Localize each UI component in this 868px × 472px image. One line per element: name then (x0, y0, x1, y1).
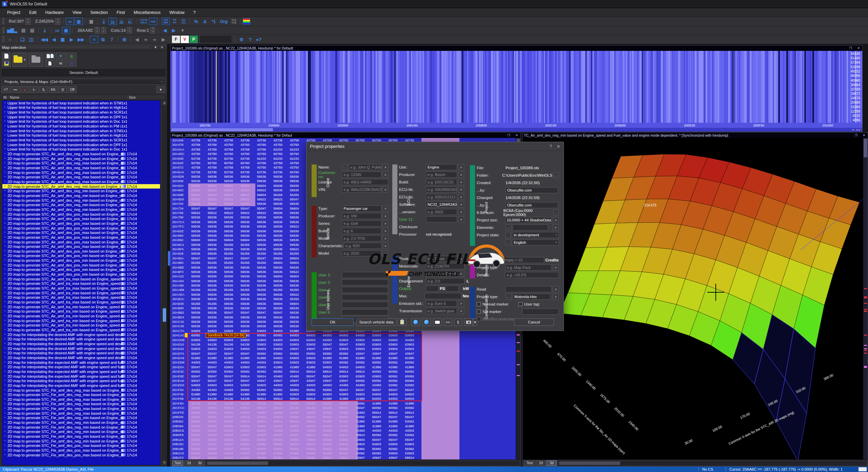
row-spinner[interactable]: ˄˅ (150, 27, 155, 34)
settings-search-icon[interactable]: ⚙ (237, 36, 245, 43)
menu-edit[interactable]: Edit (25, 9, 41, 16)
map-list-row[interactable]: *2D map for interpolating the expected A… (2, 374, 160, 379)
filter-dropdown[interactable]: ▼ (156, 86, 165, 93)
map-list-row[interactable]: *2D map to generate STC_Air_amf_tra_max … (2, 291, 160, 295)
map-list-row[interactable]: *2D map for interpolating the expected A… (2, 360, 160, 365)
context-help-button[interactable]: ▸? (255, 36, 263, 43)
map-list-row[interactable]: *2D map to generate STC_Air_amf_des_pos_… (2, 230, 160, 235)
history-button[interactable]: > (382, 250, 388, 256)
search-fwd-button[interactable]: ▶ (159, 36, 167, 43)
input-user3[interactable] (342, 287, 388, 293)
color-scale-button[interactable] (243, 18, 250, 24)
scroll-down-icon[interactable]: ▼ (162, 460, 166, 465)
history-button[interactable]: > (382, 205, 388, 212)
browse-button[interactable]: ... (506, 224, 512, 231)
history-button[interactable]: > (383, 243, 388, 249)
project-p-button[interactable]: P (190, 36, 198, 43)
browse-button[interactable]: ... (342, 164, 348, 170)
map-list-row[interactable]: *2D map to generate STC_Fie_amf_des_neg_… (2, 402, 160, 407)
history-button[interactable]: > (458, 256, 464, 262)
paste-icon[interactable] (398, 318, 407, 326)
browse-button[interactable]: ... (553, 210, 559, 216)
map-list-row[interactable]: *2D map to generate STC_Air_amf_des_pos_… (2, 258, 160, 263)
input-model[interactable]: e.g. 2010 (342, 250, 381, 256)
first-map-button[interactable]: ◀◀ (40, 36, 49, 43)
map-list-row[interactable]: *2D map to generate STC_Air_amf_des_pos_… (2, 254, 160, 258)
map-list-row[interactable]: *2D map to generate STC_Air_amf_tra_min … (2, 314, 160, 318)
map-list-row[interactable]: *Lower limit for hysterisis of fuel loop… (2, 124, 160, 129)
hex-tab-3d[interactable]: 3d (195, 460, 205, 466)
input-read[interactable] (505, 286, 552, 292)
input-motorcode[interactable]: e.g. Z19DTH (426, 263, 465, 269)
input-output[interactable] (446, 286, 459, 292)
original-button[interactable]: Org (218, 18, 229, 25)
map-list-row[interactable]: *2D map for interpolating the desired AM… (2, 346, 160, 351)
input-elements[interactable] (513, 224, 548, 231)
input-use[interactable]: Engine (426, 164, 457, 170)
decimal-111-icon[interactable]: 111111 (179, 18, 188, 25)
version-v-button[interactable]: V (181, 36, 189, 43)
splitter-handle[interactable] (168, 251, 170, 266)
menu-window[interactable]: Window (165, 9, 189, 16)
map-list-row[interactable]: *2D map to generate STC_Air_amf_des_pos_… (2, 272, 160, 277)
map-3d-view[interactable]: 214.575400.00670.001005.001340.001675.00… (522, 138, 868, 460)
map-list-row[interactable]: *Lower limit for hysterisis of fuel loop… (2, 142, 160, 147)
input-producer[interactable]: e.g. VW (342, 213, 381, 219)
user-tag-input[interactable] (522, 309, 559, 315)
help-button[interactable]: ? (246, 36, 254, 43)
select-english[interactable]: English˅ (512, 239, 559, 245)
menu-project[interactable]: Project (3, 9, 25, 16)
input-emissionstd[interactable]: e.g. Euro 5 (426, 300, 457, 307)
lohi-byteorder-button[interactable]: LO HIHILO (139, 18, 149, 25)
map-table-button[interactable]: ▦ (59, 36, 67, 43)
map-list-row[interactable]: *2D map for interpolating the expected A… (2, 383, 160, 388)
hexdump-overview-titlebar[interactable]: Project_100389.ols (Original) as , NC22_… (171, 45, 862, 51)
map-list-row[interactable]: *2D map to generate STC_Fie_amf_des_neg_… (2, 397, 160, 402)
map-list-row[interactable]: *2D map to generate STC_Fie_amf_des_neg_… (2, 425, 160, 430)
input-name[interactable]: e.g. John Q. Public (349, 164, 381, 170)
filter-button-1[interactable]: ▪▪▪ (11, 86, 20, 93)
state-box[interactable] (505, 232, 511, 238)
dialog-titlebar[interactable]: Project properties ? ✕ (307, 142, 564, 151)
bits-16-button[interactable]: 16 (108, 18, 117, 25)
map-list-row[interactable]: *2D map for interpolating the desired AM… (2, 332, 160, 337)
snapshot-icon[interactable] (464, 318, 473, 326)
input-build[interactable]: e.g. 6 (342, 228, 381, 234)
search-vehicle-data-button[interactable]: Search vehicle data (356, 318, 396, 326)
search-back-button[interactable]: ◀ (133, 36, 141, 43)
menu-find[interactable]: Find (112, 9, 129, 16)
history-button[interactable]: > (458, 300, 464, 307)
map-list-row[interactable]: *2D map to generate STC_Air_amf_tra_max … (2, 286, 160, 291)
select-in-development[interactable]: in development˅ (512, 232, 559, 238)
map-list-row[interactable]: *2D map to generate STC_Air_amf_des_pos_… (2, 212, 160, 217)
history-button[interactable]: > (382, 213, 388, 219)
map-list-row[interactable]: *2D map to generate STC_Air_amf_tra_max … (2, 277, 160, 281)
scroll-right-icons[interactable]: » »» (852, 128, 862, 132)
map-list-row[interactable]: *2D map for interpolating the desired AM… (2, 337, 160, 341)
browse-button[interactable]: ... (505, 239, 511, 245)
cancel-button[interactable]: Cancel (514, 318, 554, 326)
map-list-row[interactable]: *2D map to generate STC_Air_amf_tra_min … (2, 328, 160, 332)
open-folder-button[interactable] (28, 53, 43, 67)
history-button[interactable]: > (458, 201, 464, 208)
map-wizard-button[interactable]: ✶ (56, 53, 66, 59)
hex-table-hscrollbar[interactable] (206, 461, 519, 465)
prev-map-button[interactable]: ◀ (50, 36, 58, 43)
panel-collapse-icon[interactable]: ▼ (152, 45, 159, 49)
factor-one-button[interactable]: *1 (210, 18, 218, 25)
input-software[interactable]: NC22_1284R2A3B (426, 201, 457, 208)
scrollbar-thumb[interactable] (163, 308, 166, 322)
input-projecttype[interactable]: e.g. Map Pack (505, 264, 552, 271)
map-list-row[interactable]: *Upper limit for hysterisis of fuel loop… (2, 101, 160, 105)
map-list-row[interactable]: *Lower limit for hysterisis of fuel loop… (2, 133, 160, 138)
map-list-row[interactable]: *2D map to generate STC_Air_amf_des_neg_… (2, 198, 160, 203)
map-list-row[interactable]: *2D map to generate STC_Air_amf_des_pos_… (2, 240, 160, 244)
input-producer[interactable]: e.g. Bosch (426, 172, 457, 178)
map-list-row[interactable]: *2D map to generate STC_Air_amf_des_neg_… (2, 161, 160, 166)
input-version[interactable]: e.g. 0003 (426, 209, 457, 215)
plugin-button[interactable]: ◰ (66, 60, 77, 67)
freeze-f-button[interactable]: F (172, 36, 180, 43)
history-button[interactable]: > (382, 172, 388, 178)
panel-close-icon[interactable]: ✕ (159, 45, 165, 49)
input-max[interactable] (425, 293, 461, 299)
